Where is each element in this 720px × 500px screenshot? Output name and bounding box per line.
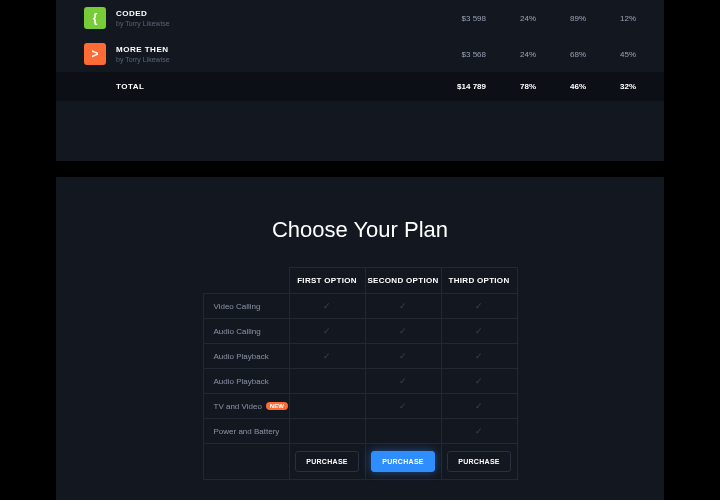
check-icon: ✓ (399, 376, 407, 386)
feature-name: Audio Playback (203, 344, 289, 369)
check-icon: ✓ (475, 326, 483, 336)
check-icon: ✓ (399, 326, 407, 336)
plan-title: Choose Your Plan (56, 217, 664, 243)
track-title: MORE THEN (116, 45, 428, 54)
total-c2: 46% (536, 82, 586, 91)
purchase-button[interactable]: PURCHASE (295, 451, 359, 472)
purchase-cell: PURCHASE (365, 444, 441, 480)
total-c1: 78% (486, 82, 536, 91)
track-c1: 24% (486, 50, 536, 59)
feature-row: Video Calling✓✓✓ (203, 294, 517, 319)
track-artist: by Torry Likewise (116, 20, 428, 27)
track-amount: $3 598 (428, 14, 486, 23)
check-icon: ✓ (399, 401, 407, 411)
feature-cell (289, 394, 365, 419)
feature-header (203, 268, 289, 294)
feature-cell (365, 419, 441, 444)
check-icon: ✓ (475, 376, 483, 386)
track-info: CODED by Torry Likewise (116, 9, 428, 27)
plan-column-header: FIRST OPTION (289, 268, 365, 294)
track-c3: 12% (586, 14, 636, 23)
track-amount: $3 568 (428, 50, 486, 59)
feature-cell: ✓ (365, 369, 441, 394)
feature-row: TV and VideoNEW✓✓ (203, 394, 517, 419)
track-info: MORE THEN by Torry Likewise (116, 45, 428, 63)
feature-cell: ✓ (441, 344, 517, 369)
track-c1: 24% (486, 14, 536, 23)
feature-cell: ✓ (365, 294, 441, 319)
feature-cell: ✓ (289, 294, 365, 319)
track-c2: 68% (536, 50, 586, 59)
track-title: CODED (116, 9, 428, 18)
check-icon: ✓ (323, 326, 331, 336)
feature-cell: ✓ (441, 394, 517, 419)
feature-name: Audio Playback (203, 369, 289, 394)
feature-row: Audio Calling✓✓✓ (203, 319, 517, 344)
feature-row: Audio Playback✓✓ (203, 369, 517, 394)
check-icon: ✓ (475, 301, 483, 311)
track-c3: 45% (586, 50, 636, 59)
purchase-cell: PURCHASE (289, 444, 365, 480)
plan-table: FIRST OPTIONSECOND OPTIONTHIRD OPTION Vi… (203, 267, 518, 480)
plan-column-header: THIRD OPTION (441, 268, 517, 294)
feature-cell: ✓ (289, 319, 365, 344)
check-icon: ✓ (475, 351, 483, 361)
purchase-row: PURCHASEPURCHASEPURCHASE (203, 444, 517, 480)
total-amount: $14 789 (428, 82, 486, 91)
purchase-cell: PURCHASE (441, 444, 517, 480)
check-icon: ✓ (475, 426, 483, 436)
check-icon: ✓ (399, 301, 407, 311)
track-row[interactable]: { CODED by Torry Likewise $3 598 24% 89%… (56, 0, 664, 36)
total-label: TOTAL (116, 82, 428, 91)
check-icon: ✓ (323, 351, 331, 361)
track-artist: by Torry Likewise (116, 56, 428, 63)
total-c3: 32% (586, 82, 636, 91)
feature-name: Power and Battery (203, 419, 289, 444)
purchase-button[interactable]: PURCHASE (371, 451, 435, 472)
pricing-panel: Choose Your Plan FIRST OPTIONSECOND OPTI… (56, 177, 664, 500)
feature-row: Power and Battery✓ (203, 419, 517, 444)
track-icon: { (84, 7, 106, 29)
feature-cell: ✓ (441, 369, 517, 394)
tracks-panel: { CODED by Torry Likewise $3 598 24% 89%… (56, 0, 664, 161)
feature-cell: ✓ (441, 319, 517, 344)
check-icon: ✓ (399, 351, 407, 361)
new-badge: NEW (266, 402, 288, 410)
feature-cell: ✓ (365, 344, 441, 369)
track-c2: 89% (536, 14, 586, 23)
feature-row: Audio Playback✓✓✓ (203, 344, 517, 369)
track-row[interactable]: > MORE THEN by Torry Likewise $3 568 24%… (56, 36, 664, 72)
feature-name: Audio Calling (203, 319, 289, 344)
plan-column-header: SECOND OPTION (365, 268, 441, 294)
feature-cell: ✓ (289, 344, 365, 369)
feature-cell (289, 419, 365, 444)
feature-cell: ✓ (365, 319, 441, 344)
feature-name: Video Calling (203, 294, 289, 319)
check-icon: ✓ (323, 301, 331, 311)
check-icon: ✓ (475, 401, 483, 411)
feature-cell: ✓ (441, 419, 517, 444)
feature-cell: ✓ (441, 294, 517, 319)
track-icon: > (84, 43, 106, 65)
feature-name: TV and VideoNEW (203, 394, 289, 419)
purchase-button[interactable]: PURCHASE (447, 451, 511, 472)
total-row: TOTAL $14 789 78% 46% 32% (56, 72, 664, 101)
purchase-spacer (203, 444, 289, 480)
feature-cell (289, 369, 365, 394)
feature-cell: ✓ (365, 394, 441, 419)
